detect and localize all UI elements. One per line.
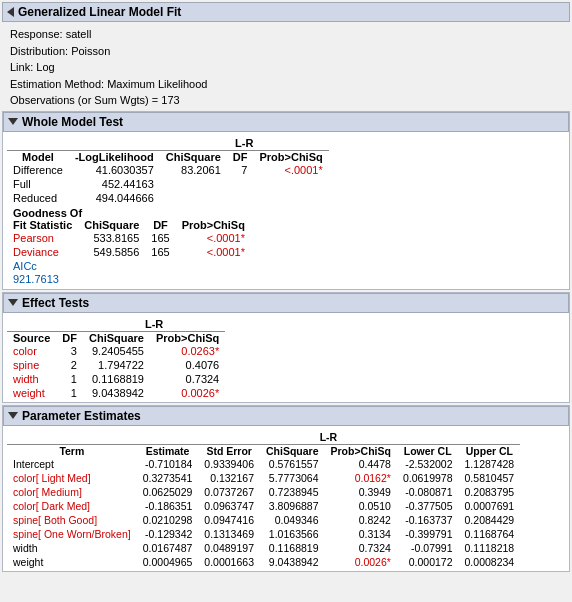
wm-prob: [253, 191, 328, 205]
table-row: Full 452.44163: [7, 177, 329, 191]
pe-prob: 0.3949: [325, 485, 397, 499]
pe-stderr: 0.0963747: [198, 499, 260, 513]
table-row: Pearson 533.8165 165 <.0001*: [7, 231, 251, 245]
table-row: spine[ Both Good] 0.0210298 0.0947416 0.…: [7, 513, 520, 527]
table-row: Intercept -0.710184 0.9339406 0.5761557 …: [7, 457, 520, 471]
effect-tests-expand-icon[interactable]: [8, 299, 18, 306]
pe-term: weight: [7, 555, 137, 569]
wm-loglike: 452.44163: [69, 177, 160, 191]
et-df: 2: [56, 358, 83, 372]
pe-upper: 0.1168764: [459, 527, 521, 541]
pe-chisq: 3.8096887: [260, 499, 325, 513]
whole-model-expand-icon[interactable]: [8, 118, 18, 125]
pe-upper: 0.1118218: [459, 541, 521, 555]
pe-lower-col: Lower CL: [397, 444, 459, 457]
col-chisq: ChiSquare: [160, 150, 227, 163]
goodness-prob-col: Prob>ChiSq: [176, 219, 251, 231]
aicc-label: AICc: [7, 259, 565, 273]
pe-stderr-col: Std Error: [198, 444, 260, 457]
aicc-section: AICc 921.7613: [7, 259, 565, 287]
param-title: Parameter Estimates: [22, 409, 141, 423]
pe-prob: 0.3134: [325, 527, 397, 541]
param-table: L-R Term Estimate Std Error ChiSquare Pr…: [7, 430, 520, 569]
et-chisq: 0.1168819: [83, 372, 150, 386]
pe-estimate: -0.186351: [137, 499, 199, 513]
et-source: weight: [7, 386, 56, 400]
main-panel: Generalized Linear Model Fit Response: s…: [0, 0, 572, 576]
wm-df: 7: [227, 163, 254, 177]
pe-upper: 0.5810457: [459, 471, 521, 485]
pe-chisq: 1.0163566: [260, 527, 325, 541]
wm-chisq: [160, 177, 227, 191]
pe-term: color[ Light Med]: [7, 471, 137, 485]
effect-tests-header: Effect Tests: [3, 293, 569, 313]
pe-term: spine[ Both Good]: [7, 513, 137, 527]
pe-lower: 0.0619978: [397, 471, 459, 485]
wm-chisq: 83.2061: [160, 163, 227, 177]
pe-prob-col: Prob>ChiSq: [325, 444, 397, 457]
pe-term: Intercept: [7, 457, 137, 471]
pe-stderr: 0.0001663: [198, 555, 260, 569]
effect-tests-content: L-R Source DF ChiSquare Prob>ChiSq color…: [3, 315, 569, 402]
pe-term: color[ Dark Med]: [7, 499, 137, 513]
pe-term: color[ Medium]: [7, 485, 137, 499]
pe-upper-col: Upper CL: [459, 444, 521, 457]
table-row: width 1 0.1168819 0.7324: [7, 372, 225, 386]
param-expand-icon[interactable]: [8, 412, 18, 419]
table-row: weight 0.0004965 0.0001663 9.0438942 0.0…: [7, 555, 520, 569]
goodness-prob: <.0001*: [176, 245, 251, 259]
goodness-prob: <.0001*: [176, 231, 251, 245]
col-model: Model: [7, 150, 69, 163]
pe-upper: 0.2083795: [459, 485, 521, 499]
goodness-df: 165: [145, 231, 175, 245]
pe-lower: -0.399791: [397, 527, 459, 541]
table-row: color[ Light Med] 0.3273541 0.132167 5.7…: [7, 471, 520, 485]
param-lr-label: L-R: [260, 430, 397, 445]
parameter-estimates-header: Parameter Estimates: [3, 406, 569, 426]
meta-info: Response: satell Distribution: Poisson L…: [2, 24, 570, 111]
et-source-col: Source: [7, 331, 56, 344]
pe-upper: 1.1287428: [459, 457, 521, 471]
effect-tests-section: Effect Tests L-R Source DF ChiSquare Pro…: [2, 292, 570, 403]
meta-estimation: Estimation Method: Maximum Likelihood: [10, 76, 562, 93]
goodness-chisq: 549.5856: [78, 245, 145, 259]
pe-estimate: 0.0210298: [137, 513, 199, 527]
meta-response: Response: satell: [10, 26, 562, 43]
goodness-df: 165: [145, 245, 175, 259]
pe-chisq: 0.1168819: [260, 541, 325, 555]
main-title: Generalized Linear Model Fit: [18, 5, 181, 19]
goodness-table: Fit Statistic ChiSquare DF Prob>ChiSq Pe…: [7, 219, 251, 259]
col-df: DF: [227, 150, 254, 163]
et-df-col: DF: [56, 331, 83, 344]
pe-estimate: 0.3273541: [137, 471, 199, 485]
et-prob: 0.4076: [150, 358, 225, 372]
wm-df: [227, 177, 254, 191]
meta-observations: Observations (or Sum Wgts) = 173: [10, 92, 562, 109]
aicc-value: 921.7613: [7, 273, 565, 287]
wm-loglike: 41.6030357: [69, 163, 160, 177]
lr-label: L-R: [160, 136, 329, 151]
pe-estimate: 0.0625029: [137, 485, 199, 499]
wm-model: Difference: [7, 163, 69, 177]
pe-term: width: [7, 541, 137, 555]
pe-chisq: 0.5761557: [260, 457, 325, 471]
pe-lower: -0.080871: [397, 485, 459, 499]
collapse-icon[interactable]: [7, 7, 14, 17]
et-df: 3: [56, 344, 83, 358]
pe-upper: 0.0008234: [459, 555, 521, 569]
wm-df: [227, 191, 254, 205]
et-prob: 0.7324: [150, 372, 225, 386]
table-row: weight 1 9.0438942 0.0026*: [7, 386, 225, 400]
et-chisq: 1.794722: [83, 358, 150, 372]
et-prob: 0.0263*: [150, 344, 225, 358]
title-header: Generalized Linear Model Fit: [2, 2, 570, 22]
pe-lower: -0.163737: [397, 513, 459, 527]
pe-lower: -0.377505: [397, 499, 459, 513]
wm-model: Full: [7, 177, 69, 191]
pe-estimate: 0.0004965: [137, 555, 199, 569]
goodness-chisq: 533.8165: [78, 231, 145, 245]
wm-loglike: 494.044666: [69, 191, 160, 205]
goodness-df-col: DF: [145, 219, 175, 231]
table-row: color 3 9.2405455 0.0263*: [7, 344, 225, 358]
wm-model: Reduced: [7, 191, 69, 205]
